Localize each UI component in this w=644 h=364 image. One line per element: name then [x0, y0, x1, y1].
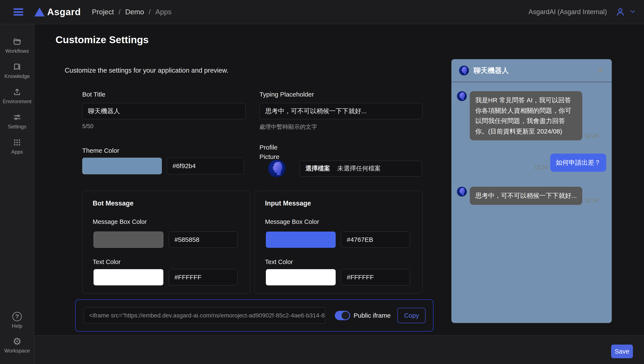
bot-title-label: Bot Title [82, 91, 105, 98]
public-iframe-label: Public iframe [354, 312, 390, 319]
save-button[interactable]: Save [611, 344, 633, 358]
sidebar-item-label: Workspace [4, 348, 30, 354]
app-screen: Asgard Project / Demo / Apps AsgardAI (A… [0, 0, 644, 364]
chat-message-bot: 思考中，可不可以稍候一下下就好... 12:24 [457, 187, 606, 205]
navbar: Asgard Project / Demo / Apps AsgardAI (A… [0, 0, 644, 24]
message-timestamp: 12:24 [585, 133, 598, 139]
page-subtitle: Customize the settings for your applicat… [65, 67, 228, 74]
bot-msg-text-color-label: Text Color [93, 258, 121, 265]
bot-msg-text-color-swatch[interactable] [94, 269, 163, 285]
close-icon[interactable]: ✕ [597, 66, 604, 75]
book-icon [12, 62, 22, 72]
choose-file-button[interactable]: 選擇檔案 [305, 164, 330, 173]
footer: Save [34, 335, 644, 364]
sidebar-item-workspace[interactable]: ⚙ Workspace [0, 337, 34, 354]
asgard-logo-icon [34, 8, 45, 17]
bot-msg-text-color-hex[interactable]: #FFFFFF [169, 269, 238, 285]
bot-message-bubble: 思考中，可不可以稍候一下下就好... [470, 187, 582, 205]
sidebar-item-workflows[interactable]: Workflows [0, 37, 34, 54]
theme-color-hex-input[interactable]: #6f92b4 [167, 158, 244, 174]
sidebar-item-label: Workflows [5, 48, 29, 54]
embed-container: <iframe src="https://embed.dev.asgard-ai… [75, 299, 434, 331]
bot-title-counter: 5/50 [82, 123, 94, 130]
bot-msg-box-color-label: Message Box Color [93, 218, 147, 225]
chat-bot-avatar [457, 91, 467, 101]
upload-icon [12, 87, 22, 97]
chat-title: 聊天機器人 [474, 66, 509, 75]
breadcrumb: Project / Demo / Apps [92, 8, 172, 16]
sidebar-item-apps[interactable]: Apps [0, 138, 34, 155]
breadcrumb-separator: / [149, 8, 151, 16]
help-icon: ? [12, 312, 22, 321]
bot-msg-box-color-hex[interactable]: #585858 [169, 232, 238, 248]
folder-icon [12, 37, 22, 46]
input-msg-text-color-label: Text Color [265, 258, 293, 265]
typing-placeholder-helper: 處理中暫時顯示的文字 [260, 123, 317, 131]
user-icon[interactable] [616, 7, 625, 17]
hamburger-menu-icon[interactable] [14, 8, 23, 16]
message-timestamp: 12:24 [534, 164, 548, 170]
chat-message-user: 12:24 如何申請出差？ [457, 154, 606, 172]
sidebar-item-help[interactable]: ? Help [0, 312, 34, 329]
breadcrumb-separator: / [118, 8, 120, 16]
message-timestamp: 12:24 [585, 197, 598, 204]
sidebar-item-label: Settings [8, 124, 26, 130]
chat-header: 聊天機器人 ✕ [452, 59, 612, 82]
typing-placeholder-label: Typing Placeholder [260, 91, 314, 98]
sidebar-item-environment[interactable]: Environment [0, 87, 34, 105]
input-message-panel: Input Message Message Box Color #4767EB … [254, 191, 422, 293]
grid-icon [12, 138, 22, 147]
public-iframe-toggle[interactable] [335, 311, 350, 320]
typing-placeholder-input[interactable] [260, 103, 422, 119]
input-msg-box-color-hex[interactable]: #4767EB [341, 232, 410, 248]
chat-message-bot: 我是HR 常見問答 AI，我可以回答你各項關於人資相關的問題，你可以問我任何問題… [457, 91, 606, 140]
chat-body: 我是HR 常見問答 AI，我可以回答你各項關於人資相關的問題，你可以問我任何問題… [452, 82, 612, 323]
theme-color-label: Theme Color [82, 147, 119, 154]
gear-icon: ⚙ [12, 337, 22, 346]
profile-picture-label: Profile Picture [260, 143, 279, 161]
file-status: 未選擇任何檔案 [337, 164, 381, 173]
brand-name: Asgard [47, 7, 81, 17]
bot-message-panel: Bot Message Message Box Color #585858 Te… [82, 191, 250, 293]
input-message-title: Input Message [265, 200, 311, 207]
embed-code-input[interactable]: <iframe src="https://embed.dev.asgard-ai… [84, 307, 326, 324]
input-msg-box-color-label: Message Box Color [265, 218, 319, 225]
chat-bot-avatar [459, 66, 469, 75]
sidebar-item-knowledge[interactable]: Knowledge [0, 62, 34, 79]
user-message-bubble: 如何申請出差？ [550, 154, 606, 172]
toggle-knob [342, 312, 349, 319]
chat-preview-panel: 聊天機器人 ✕ 我是HR 常見問答 AI，我可以回答你各項關於人資相關的問題，你… [452, 59, 612, 323]
sidebar: Workflows Knowledge Envi [0, 24, 34, 364]
sidebar-item-label: Knowledge [4, 73, 30, 79]
chevron-down-icon[interactable] [629, 8, 636, 16]
bot-msg-box-color-swatch[interactable] [94, 232, 163, 248]
copy-button[interactable]: Copy [398, 308, 426, 323]
breadcrumb-demo[interactable]: Demo [125, 8, 144, 16]
sidebar-item-label: Environment [3, 99, 32, 105]
chat-bot-avatar [457, 187, 467, 197]
account-name: AsgardAI (Asgard Internal) [528, 8, 607, 16]
bot-message-bubble: 我是HR 常見問答 AI，我可以回答你各項關於人資相關的問題，你可以問我任何問題… [470, 91, 582, 140]
bot-title-input[interactable] [82, 103, 246, 119]
sidebar-item-label: Apps [11, 149, 23, 155]
sidebar-item-settings[interactable]: Settings [0, 113, 34, 130]
sidebar-item-label: Help [12, 323, 22, 329]
input-msg-text-color-hex[interactable]: #FFFFFF [341, 269, 410, 285]
theme-color-swatch[interactable] [82, 158, 162, 174]
sliders-icon [12, 113, 22, 122]
profile-picture-file-input[interactable]: 選擇檔案 未選擇任何檔案 [300, 161, 422, 176]
page-title: Customize Settings [56, 34, 148, 46]
breadcrumb-apps: Apps [156, 8, 172, 16]
profile-picture-avatar [268, 160, 286, 177]
breadcrumb-project[interactable]: Project [92, 8, 114, 16]
input-msg-text-color-swatch[interactable] [266, 269, 336, 285]
input-msg-box-color-swatch[interactable] [266, 232, 336, 248]
bot-message-title: Bot Message [93, 200, 134, 207]
